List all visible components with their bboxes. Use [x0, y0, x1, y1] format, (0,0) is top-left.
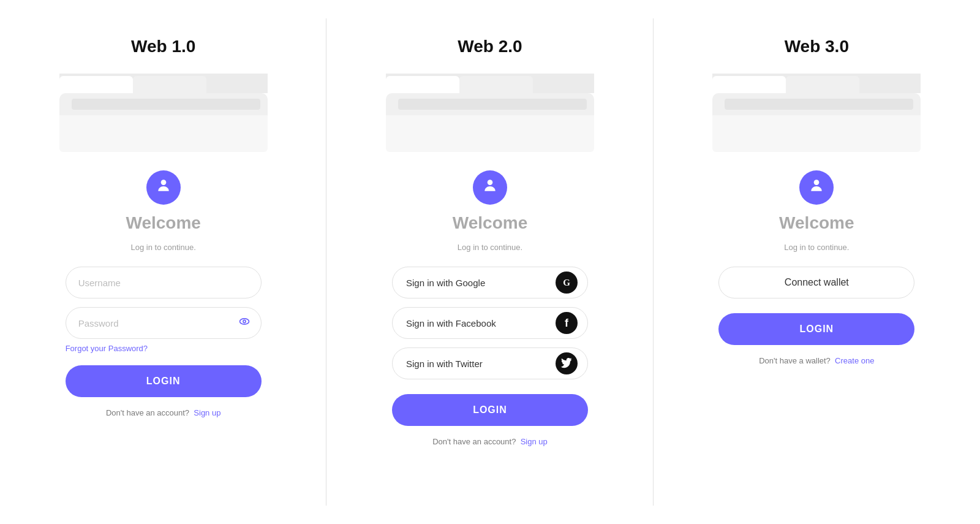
svg-point-1 [239, 319, 249, 324]
web2-browser-tabs [386, 74, 594, 93]
web2-browser-tab [459, 76, 533, 93]
facebook-signin-button[interactable]: Sign in with Facebook f [392, 307, 588, 339]
web3-browser-tab [786, 76, 859, 93]
web3-no-wallet-text: Don't have a wallet? [759, 356, 831, 365]
web2-welcome: Welcome [453, 213, 527, 233]
web3-title: Web 3.0 [785, 37, 849, 56]
web2-title: Web 2.0 [458, 37, 522, 56]
twitter-button-label: Sign in with Twitter [406, 359, 483, 369]
facebook-icon-circle: f [556, 312, 578, 334]
password-input[interactable] [66, 307, 262, 339]
web2-browser-addressbar [398, 99, 587, 110]
web3-no-wallet-row: Don't have a wallet? Create one [718, 356, 914, 365]
web2-browser-tab-active [386, 76, 459, 93]
username-input[interactable] [66, 267, 262, 298]
password-wrapper [66, 307, 262, 339]
twitter-signin-button[interactable]: Sign in with Twitter [392, 347, 588, 379]
web2-user-icon [482, 178, 498, 197]
twitter-bird-icon [561, 358, 572, 369]
web1-form: Forgot your Password? LOGIN Don't have a… [66, 267, 262, 417]
web2-signup-row: Don't have an account? Sign up [392, 437, 588, 446]
svg-point-2 [243, 320, 246, 322]
eye-icon[interactable] [238, 316, 251, 331]
web3-login-button[interactable]: LOGIN [718, 313, 914, 345]
browser-tab [133, 76, 206, 93]
web3-browser-mockup [712, 74, 921, 152]
no-account-text: Don't have an account? [106, 408, 189, 417]
connect-wallet-button[interactable]: Connect wallet [718, 267, 914, 298]
web3-browser-addressbar [725, 99, 913, 110]
web3-browser-tab-active [712, 76, 786, 93]
svg-point-3 [488, 180, 493, 185]
web1-login-button[interactable]: LOGIN [66, 365, 262, 397]
web3-form: Connect wallet LOGIN Don't have a wallet… [718, 267, 914, 365]
username-wrapper [66, 267, 262, 298]
browser-tab-active [59, 76, 133, 93]
web1-browser-mockup [59, 74, 268, 152]
web3-browser-tabs [712, 74, 921, 93]
google-icon-circle: G [556, 271, 578, 294]
twitter-icon-circle [556, 352, 578, 374]
forgot-password-link[interactable]: Forgot your Password? [66, 344, 262, 353]
web2-browser-mockup [386, 74, 594, 152]
web3-welcome: Welcome [779, 213, 854, 233]
google-signin-button[interactable]: Sign in with Google G [392, 267, 588, 298]
browser-tabs [59, 74, 268, 93]
web1-signup-row: Don't have an account? Sign up [66, 408, 262, 417]
web2-avatar [473, 170, 507, 205]
web3-user-icon [809, 178, 824, 197]
web2-signup-link[interactable]: Sign up [521, 437, 548, 446]
web3-column: Web 3.0 Welcome Log in to continue. [654, 18, 980, 506]
web2-no-account-text: Don't have an account? [432, 437, 516, 446]
web1-column: Web 1.0 Welcome Log in to continue. [0, 18, 326, 506]
web2-column: Web 2.0 Welcome Log in to continue. [326, 18, 653, 506]
web3-create-link[interactable]: Create one [835, 356, 874, 365]
columns-wrapper: Web 1.0 Welcome Log in to continue. [0, 18, 980, 506]
web1-title: Web 1.0 [131, 37, 195, 56]
google-button-label: Sign in with Google [406, 278, 485, 288]
web1-subtitle: Log in to continue. [131, 243, 196, 252]
browser-body [59, 115, 268, 152]
web3-browser-top [712, 93, 921, 115]
web1-avatar [146, 170, 181, 205]
browser-addressbar [72, 99, 260, 110]
user-icon [156, 178, 172, 197]
web2-login-button[interactable]: LOGIN [392, 394, 588, 426]
browser-top [59, 93, 268, 115]
web2-form: Sign in with Google G Sign in with Faceb… [392, 267, 588, 446]
svg-point-0 [160, 180, 166, 185]
svg-point-4 [814, 180, 820, 185]
web3-avatar [799, 170, 834, 205]
web1-signup-link[interactable]: Sign up [194, 408, 221, 417]
web1-welcome: Welcome [126, 213, 200, 233]
web2-browser-body [386, 115, 594, 152]
web2-subtitle: Log in to continue. [458, 243, 522, 252]
web3-subtitle: Log in to continue. [784, 243, 849, 252]
web2-browser-top [386, 93, 594, 115]
facebook-icon: f [565, 317, 568, 330]
facebook-button-label: Sign in with Facebook [406, 318, 496, 328]
google-icon: G [563, 278, 570, 288]
web3-browser-body [712, 115, 921, 152]
